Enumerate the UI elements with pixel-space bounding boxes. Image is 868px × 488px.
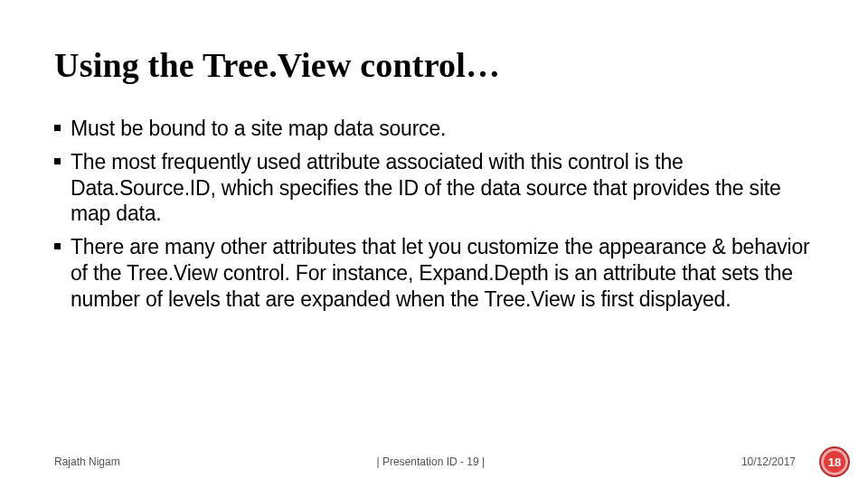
footer-presentation-id: | Presentation ID - 19 | <box>120 455 741 468</box>
footer-author: Rajath Nigam <box>54 455 120 468</box>
slide: Using the Tree.View control… Must be bou… <box>0 0 868 488</box>
list-item: There are many other attributes that let… <box>54 234 814 312</box>
footer-date: 10/12/2017 <box>741 455 796 468</box>
slide-footer: Rajath Nigam | Presentation ID - 19 | 10… <box>54 455 814 468</box>
bullet-list: Must be bound to a site map data source.… <box>54 116 814 312</box>
list-item: The most frequently used attribute assoc… <box>54 149 814 227</box>
slide-title: Using the Tree.View control… <box>54 45 814 85</box>
list-item: Must be bound to a site map data source. <box>54 116 814 142</box>
page-number-badge: 18 <box>819 446 850 477</box>
